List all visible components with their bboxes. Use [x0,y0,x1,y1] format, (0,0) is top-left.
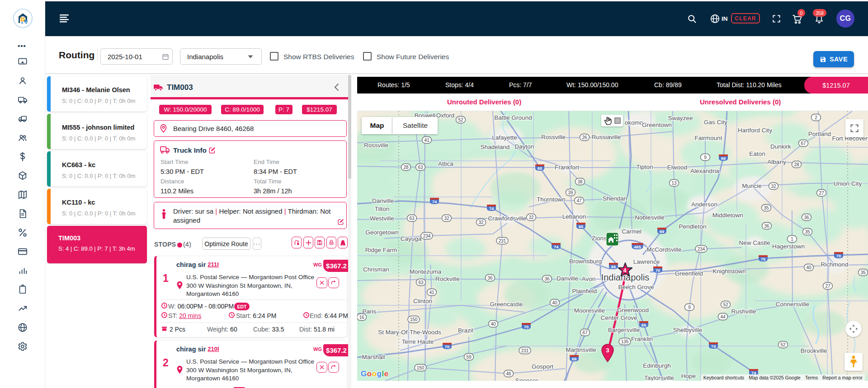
svg-text:1: 1 [791,237,793,242]
svg-text:Hope: Hope [681,373,696,379]
svg-text:52: 52 [780,342,786,347]
svg-text:Dayton: Dayton [515,143,534,150]
svg-text:Ridge Farm: Ridge Farm [365,247,397,253]
svg-text:Knightstown: Knightstown [712,268,746,275]
svg-text:Tilton: Tilton [375,206,390,212]
svg-text:35: 35 [805,229,810,234]
svg-text:Indianapolis: Indianapolis [601,272,650,282]
svg-text:Spencer: Spencer [515,377,538,381]
svg-text:36: 36 [487,276,493,280]
svg-text:Eaton: Eaton [749,150,765,157]
svg-text:Lafayette: Lafayette [492,134,517,141]
svg-text:Greenfield: Greenfield [675,270,703,277]
svg-text:234: 234 [698,247,705,252]
svg-text:32: 32 [528,215,534,220]
svg-text:Plainfield: Plainfield [572,288,597,295]
svg-text:Clinton: Clinton [413,298,432,304]
svg-text:47: 47 [576,198,582,203]
svg-text:Dunkirk: Dunkirk [770,143,791,150]
svg-text:Danville: Danville [557,275,578,282]
svg-text:Greencastle: Greencastle [490,301,523,308]
svg-text:Muncie: Muncie [742,182,762,189]
svg-text:74: 74 [432,199,437,204]
svg-text:36: 36 [764,224,769,229]
svg-text:465: 465 [634,244,642,249]
svg-text:40: 40 [552,300,557,305]
svg-text:70: 70 [656,268,660,273]
svg-text:69: 69 [660,229,665,234]
svg-text:Mooresville: Mooresville [574,307,605,314]
svg-text:Oxford: Oxford [436,112,455,119]
svg-text:9: 9 [688,305,691,310]
svg-text:63: 63 [418,280,424,285]
svg-text:2: 2 [815,115,817,120]
svg-text:Fairmount: Fairmount [695,135,722,141]
svg-text:Albany: Albany [767,159,786,165]
svg-text:69: 69 [721,156,726,161]
svg-text:Brookville: Brookville [801,347,827,354]
svg-text:Frankfort: Frankfort [555,164,579,171]
svg-text:okomo: okomo [625,119,643,126]
svg-text:Gosport: Gosport [532,363,553,370]
svg-text:Greentown: Greentown [642,122,672,128]
svg-text:Rushville: Rushville [731,308,756,315]
svg-text:Noblesville: Noblesville [635,214,664,221]
svg-text:Brazil: Brazil [458,327,473,334]
svg-text:35: 35 [860,270,866,275]
svg-text:63: 63 [418,165,423,170]
svg-text:Rockville: Rockville [435,276,460,282]
svg-text:36: 36 [804,215,809,220]
svg-text:Westville: Westville [370,215,394,222]
svg-text:Shadeland: Shadeland [481,144,510,150]
svg-text:Connersville: Connersville [776,301,809,308]
svg-text:Beech Grove: Beech Grove [618,284,654,290]
svg-text:Center Grove: Center Grove [600,314,637,321]
svg-text:Shelbyville: Shelbyville [673,327,703,333]
svg-text:Georgetown: Georgetown [365,229,399,236]
svg-text:St Mary-Of-The-Woods: St Mary-Of-The-Woods [378,329,441,336]
svg-text:231: 231 [499,238,506,243]
svg-text:Terre Haute: Terre Haute [402,338,434,345]
svg-text:28: 28 [794,162,799,167]
svg-text:70: 70 [836,253,841,258]
svg-text:46: 46 [506,371,511,376]
svg-text:Battle Ground: Battle Ground [494,114,532,121]
svg-text:New Castle: New Castle [739,239,770,246]
svg-text:Tipton: Tipton [636,164,653,170]
svg-text:Pendleton: Pendleton [679,223,707,230]
svg-text:65: 65 [642,323,646,327]
svg-text:Sheridan: Sheridan [603,195,627,202]
svg-text:Brownsburg: Brownsburg [569,258,602,265]
svg-text:Lawrence: Lawrence [633,258,660,265]
svg-text:Richmond: Richmond [821,261,849,268]
svg-text:39: 39 [568,190,573,195]
svg-text:40: 40 [806,265,811,270]
svg-text:9: 9 [704,155,707,160]
svg-text:32: 32 [478,220,484,225]
svg-text:Attica: Attica [438,160,453,167]
svg-text:4: 4 [623,267,627,274]
svg-text:McCordsville: McCordsville [646,246,681,253]
svg-text:52: 52 [458,117,463,122]
svg-text:40: 40 [491,322,496,327]
svg-text:Montezuma: Montezuma [410,268,442,275]
svg-text:63: 63 [409,216,415,221]
svg-text:150: 150 [417,365,425,370]
svg-text:Cayuga: Cayuga [401,235,422,242]
svg-text:38: 38 [577,179,583,184]
svg-text:Chrisman: Chrisman [363,266,389,273]
svg-text:Union City: Union City [834,180,862,187]
svg-text:Crawfordsville: Crawfordsville [488,215,527,222]
svg-text:26: 26 [582,135,587,140]
svg-text:65: 65 [538,166,542,171]
svg-text:69: 69 [572,356,577,361]
svg-text:Rossville: Rossville [364,142,388,149]
svg-text:Portland: Portland [808,131,831,137]
svg-text:32: 32 [444,216,449,221]
svg-text:70: 70 [445,344,450,349]
svg-text:16: 16 [359,315,364,320]
svg-text:41: 41 [424,138,429,143]
svg-text:74: 74 [554,244,559,249]
svg-text:Middletown: Middletown [712,212,743,219]
svg-text:Anderson: Anderson [691,201,717,208]
